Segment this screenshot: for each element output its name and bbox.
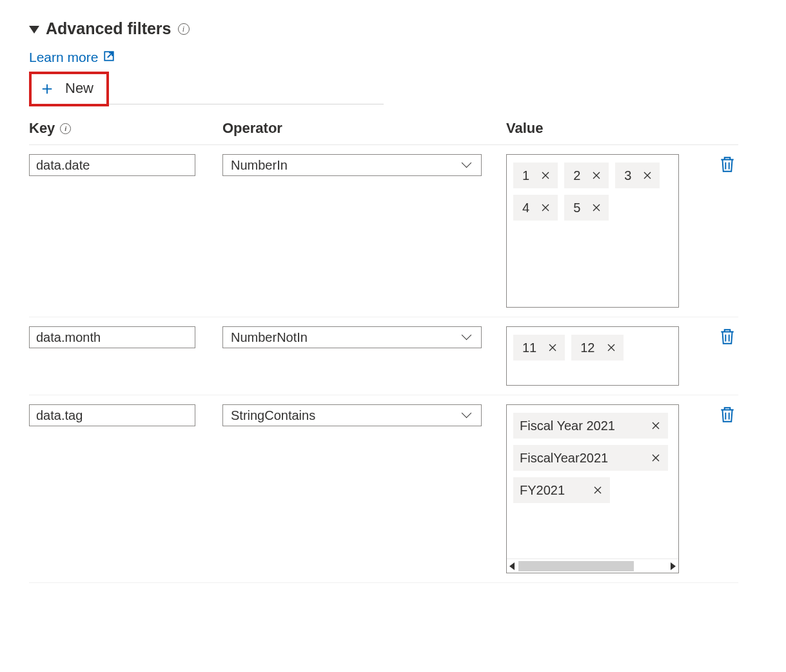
learn-more-link[interactable]: Learn more <box>29 50 115 65</box>
scrollbar-track[interactable] <box>518 561 667 571</box>
key-input[interactable] <box>29 154 195 176</box>
remove-chip-icon[interactable] <box>603 343 624 352</box>
value-chip: 4 <box>513 195 558 221</box>
remove-chip-icon[interactable] <box>589 486 610 495</box>
chip-label: 12 <box>571 341 602 355</box>
chip-label: FY2021 <box>513 483 575 498</box>
operator-select[interactable]: NumberIn <box>222 154 482 176</box>
table-row: StringContains Fiscal Year 2021 FiscalYe… <box>29 395 738 583</box>
chip-label: Fiscal Year 2021 <box>513 419 625 433</box>
new-button[interactable]: ＋ New <box>29 72 109 106</box>
chevron-down-icon <box>463 333 472 342</box>
remove-chip-icon[interactable] <box>588 203 609 212</box>
remove-chip-icon[interactable] <box>588 171 609 180</box>
plus-icon: ＋ <box>38 79 56 97</box>
value-chip: 5 <box>564 195 609 221</box>
operator-select[interactable]: StringContains <box>222 404 482 426</box>
key-header-label: Key <box>29 120 55 137</box>
value-chip: 1 <box>513 163 558 188</box>
table-row: NumberIn 1 2 3 <box>29 145 738 317</box>
chip-label: 4 <box>513 201 537 215</box>
value-chip: 12 <box>571 335 623 361</box>
values-box[interactable]: Fiscal Year 2021 FiscalYear2021 FY2021 <box>506 404 679 573</box>
values-box[interactable]: 1 2 3 4 <box>506 154 679 308</box>
delete-row-icon[interactable] <box>719 334 736 348</box>
column-header-value: Value <box>506 120 712 137</box>
operator-value: NumberNotIn <box>231 330 308 345</box>
horizontal-scrollbar[interactable] <box>507 558 678 573</box>
new-button-label: New <box>65 80 93 97</box>
operator-header-label: Operator <box>222 120 282 137</box>
key-input[interactable] <box>29 326 195 348</box>
remove-chip-icon[interactable] <box>647 421 668 430</box>
operator-value: NumberIn <box>231 158 288 173</box>
delete-row-icon[interactable] <box>719 162 736 176</box>
scrollbar-thumb[interactable] <box>518 561 634 571</box>
remove-chip-icon[interactable] <box>537 203 558 212</box>
advanced-filters-header[interactable]: Advanced filters i <box>29 19 757 38</box>
chip-label: 3 <box>615 168 639 183</box>
chip-label: 1 <box>513 168 537 183</box>
column-header-operator: Operator <box>222 120 506 137</box>
chip-label: 2 <box>564 168 588 183</box>
values-box[interactable]: 11 12 <box>506 326 679 386</box>
remove-chip-icon[interactable] <box>639 171 660 180</box>
operator-value: StringContains <box>231 408 315 423</box>
operator-select[interactable]: NumberNotIn <box>222 326 482 348</box>
remove-chip-icon[interactable] <box>537 171 558 180</box>
info-icon[interactable]: i <box>60 123 71 134</box>
value-chip: 2 <box>564 163 609 188</box>
chevron-down-icon <box>463 411 472 420</box>
value-chip: 3 <box>615 163 660 188</box>
scroll-right-icon[interactable] <box>671 562 676 570</box>
remove-chip-icon[interactable] <box>544 343 565 352</box>
chip-label: 11 <box>513 341 544 355</box>
external-link-icon <box>103 50 115 65</box>
table-row: NumberNotIn 11 12 <box>29 317 738 395</box>
learn-more-label: Learn more <box>29 50 98 65</box>
value-header-label: Value <box>506 120 543 137</box>
value-chip: FY2021 <box>513 477 610 503</box>
chip-label: 5 <box>564 201 588 215</box>
collapse-caret-icon <box>29 26 39 34</box>
key-input[interactable] <box>29 404 195 426</box>
remove-chip-icon[interactable] <box>647 453 668 462</box>
column-header-key: Key i <box>29 120 222 137</box>
delete-row-icon[interactable] <box>719 412 736 426</box>
chip-label: FiscalYear2021 <box>513 451 618 466</box>
chevron-down-icon <box>463 161 472 170</box>
table-header: Key i Operator Value <box>29 120 738 145</box>
info-icon[interactable]: i <box>178 23 190 35</box>
filters-table: Key i Operator Value NumberIn 1 <box>29 120 738 583</box>
value-chip: 11 <box>513 335 565 361</box>
value-chip: Fiscal Year 2021 <box>513 413 668 439</box>
value-chip: FiscalYear2021 <box>513 445 668 471</box>
section-title: Advanced filters <box>46 19 172 38</box>
scroll-left-icon[interactable] <box>509 562 515 570</box>
